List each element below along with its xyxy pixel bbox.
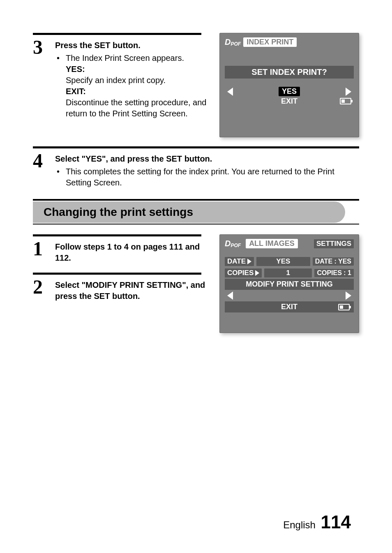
step2b-title: Select "MODIFY PRINT SETTING", and press… [55,280,207,302]
screen2-date-status: DATE : YES [313,257,354,266]
screen2-date-value: YES [256,257,310,266]
step-number-2: 2 [33,277,55,297]
step3-title: Press the SET button. [55,40,207,51]
step3-yes-label: YES: [55,64,207,75]
screen2-date-label: DATE [225,257,254,266]
battery-icon [338,304,350,310]
step-number-3: 3 [33,37,55,57]
screen2-exit-label: EXIT [240,303,338,311]
screen2-copies-value: 1 [264,268,312,278]
right-arrow-icon [255,270,259,276]
footer-language: English [283,519,316,530]
step3-exit-label: EXIT: [55,86,207,97]
all-images-screen: DPOF ALL IMAGES SETTINGS DATE YES DATE :… [219,234,359,333]
step3-yes-desc: Specify an index print copy. [55,75,207,86]
section-heading: Changing the print settings [33,201,345,223]
left-arrow-icon [227,292,233,300]
dpof-icon: DPOF [225,239,241,248]
dpof-icon: DPOF [225,37,241,47]
battery-icon [340,98,351,104]
screen2-modify-row: MODIFY PRINT SETTING [225,279,354,290]
step-number-4: 4 [33,151,55,171]
screen2-all-images-tab: ALL IMAGES [246,239,298,248]
step4-bullet: This completes the setting for the index… [55,166,359,188]
step3-exit-desc: Discontinue the setting procedure, and r… [55,97,207,119]
screen2-settings-label: SETTINGS [314,239,354,248]
screen1-question: SET INDEX PRINT? [225,66,354,79]
step4-title: Select "YES", and press the SET button. [55,153,359,164]
right-arrow-icon [247,259,251,264]
screen1-yes-option: YES [279,87,300,96]
screen1-exit-option: EXIT [281,97,297,106]
index-print-screen: DPOF INDEX PRINT SET INDEX PRINT? YES EX… [219,33,359,137]
screen2-copies-label: COPIES [225,268,262,278]
step-number-1: 1 [33,239,55,259]
left-arrow-icon [227,88,233,96]
page-number: 114 [321,512,351,532]
right-arrow-icon [346,88,351,96]
screen1-title-tab: INDEX PRINT [243,37,297,47]
step1b-title: Follow steps 1 to 4 on pages 111 and 112… [55,241,207,264]
page-footer: English 114 [283,512,351,532]
step3-bullet: The Index Print Screen appears. [55,53,207,64]
right-arrow-icon [346,292,351,300]
screen2-copies-status: COPIES : 1 [314,269,354,277]
